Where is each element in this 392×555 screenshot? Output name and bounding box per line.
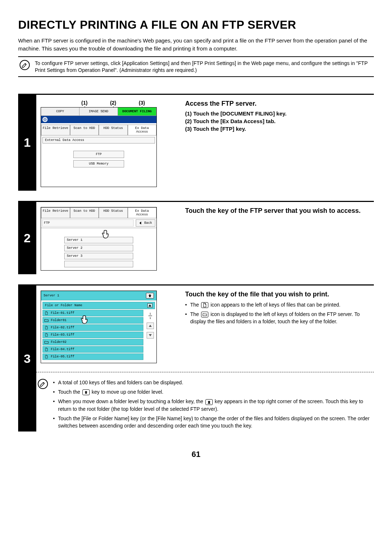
file-row[interactable]: File-02.tiff [42, 324, 143, 331]
callouts: (1) (2) (3) [81, 100, 177, 106]
callout-3: (3) [139, 100, 145, 106]
step-2: 2 File Retrieve Scan to HDD HDD Status E… [18, 201, 374, 274]
text-fragment: The [190, 311, 200, 317]
server-1-button[interactable]: Server 1 [64, 237, 133, 243]
tab2-hdd-status[interactable]: HDD Status [99, 207, 128, 218]
file-name: File-01.tiff [51, 311, 74, 315]
folder-up-icon [148, 294, 152, 297]
folder-row[interactable]: Folder02 [42, 339, 143, 345]
file-name: File-05.tiff [51, 355, 74, 358]
blue-toolbar [41, 116, 156, 123]
external-data-access-label: External Data Access [42, 137, 155, 143]
tab-image-send[interactable]: IMAGE SEND [79, 108, 118, 116]
file-row[interactable]: File-05.tiff [42, 353, 143, 360]
pencil-note-icon-2 [38, 379, 48, 389]
ftp-button[interactable]: FTP [73, 151, 124, 158]
file-name: File-04.tiff [51, 348, 74, 351]
page-total: 1 [150, 316, 151, 320]
back-label: Back [144, 221, 152, 225]
globe-icon [42, 117, 48, 122]
file-icon [44, 333, 49, 337]
top-note-box: To configure FTP server settings, click … [18, 56, 374, 77]
intro-paragraph: When an FTP server is configured in the … [18, 37, 374, 53]
text-fragment: Touch the [58, 389, 82, 395]
text-fragment: When you move down a folder level by tou… [58, 398, 205, 404]
column-header[interactable]: File or Folder Name [45, 304, 82, 307]
step3-info-block: A total of 100 keys of files and folders… [36, 377, 374, 432]
folder-row[interactable]: Folder01 [42, 317, 143, 324]
server-2-button[interactable]: Server 2 [64, 245, 133, 251]
server-name: Server 1 [44, 294, 59, 297]
dashed-separator [36, 372, 374, 372]
folder-root-icon-inline [205, 399, 213, 405]
step3-bullet-1: The icon appears to the left of keys of … [185, 301, 372, 308]
step3-heading: Touch the key of the file that you wish … [185, 291, 372, 298]
text-fragment: icon appears to the left of keys of file… [211, 302, 340, 308]
subtab-ex-data-access[interactable]: Ex Data Access [128, 125, 157, 135]
step1-sub3: (3) Touch the [FTP] key. [185, 126, 372, 132]
step1-sub2: (2) Touch the [Ex Data Access] tab. [185, 118, 372, 124]
file-icon [44, 348, 49, 351]
server-blank-button[interactable] [64, 261, 133, 267]
tab-document-filing[interactable]: DOCUMENT FILING [118, 108, 156, 116]
scroll-down-button[interactable] [147, 332, 154, 339]
sort-button[interactable] [147, 303, 152, 308]
file-row[interactable]: File-01.tiff [42, 310, 143, 316]
page-current: 1 [150, 312, 151, 315]
text-fragment: icon is displayed to the left of keys of… [190, 311, 360, 324]
scroll-up-button[interactable] [147, 323, 154, 329]
top-note-text: To configure FTP server settings, click … [35, 59, 374, 74]
arrow-up-icon [149, 325, 152, 327]
step3-note-2: Touch the key to move up one folder leve… [53, 388, 374, 396]
back-button[interactable]: Back [136, 219, 155, 227]
tab2-ex-data-access[interactable]: Ex Data Access [128, 207, 157, 218]
file-name: Folder02 [51, 340, 66, 344]
tab-copy[interactable]: COPY [41, 108, 79, 116]
pencil-note-icon [20, 60, 30, 70]
step1-heading: Access the FTP server. [185, 100, 372, 108]
text-fragment: key to move up one folder level. [92, 389, 164, 395]
callout-2: (2) [110, 100, 116, 106]
arrow-left-icon [139, 222, 143, 224]
step2-screen: File Retrieve Scan to HDD HDD Status Ex … [41, 207, 157, 271]
step3-bullet-2: The icon is displayed to the left of key… [185, 311, 372, 325]
subtab-hdd-status[interactable]: HDD Status [99, 125, 128, 135]
file-name: File-03.tiff [51, 333, 74, 337]
sort-up-icon [148, 304, 151, 307]
step-1-number: 1 [18, 95, 36, 191]
step1-screen: COPY IMAGE SEND DOCUMENT FILING File Ret… [41, 107, 157, 187]
step2-heading: Touch the key of the FTP server that you… [185, 207, 372, 215]
subtab-scan-hdd[interactable]: Scan to HDD [70, 125, 99, 135]
file-icon [44, 311, 49, 315]
file-icon [44, 326, 49, 329]
file-icon [201, 302, 208, 308]
step3-note-3: When you move down a folder level by tou… [53, 398, 374, 413]
ftp-label: FTP [42, 219, 134, 227]
folder-up-button[interactable] [146, 293, 154, 299]
step-1: 1 (1) (2) (3) COPY IMAGE SEND DOCUMENT F… [18, 94, 374, 191]
file-row[interactable]: File-04.tiff [42, 346, 143, 353]
step3-screen: Server 1 File or Folder Name [41, 291, 157, 363]
tab2-scan-hdd[interactable]: Scan to HDD [70, 207, 99, 218]
usb-memory-button[interactable]: USB Memory [73, 160, 124, 167]
tab2-file-retrieve[interactable]: File Retrieve [41, 207, 70, 218]
file-row[interactable]: File-03.tiff [42, 332, 143, 338]
file-name: Folder01 [51, 319, 66, 322]
folder-up-icon-inline [82, 389, 90, 395]
folder-icon [201, 312, 208, 317]
server-3-button[interactable]: Server 3 [64, 253, 133, 259]
step1-substeps: (1) Touch the [DOCUMENT FILING] key. (2)… [185, 110, 372, 132]
file-name: File-02.tiff [51, 326, 74, 329]
step3-note-4: Touch the [File or Folder Name] key (or … [53, 415, 374, 430]
text-fragment: The [190, 302, 200, 308]
hand-pointer-icon-2 [81, 315, 90, 326]
file-icon [44, 355, 49, 358]
file-list: File-01.tiffFolder01File-02.tiffFile-03.… [42, 310, 143, 361]
step-2-number: 2 [18, 202, 36, 274]
subtab-file-retrieve[interactable]: File Retrieve [41, 125, 70, 135]
hand-pointer-icon [102, 230, 111, 240]
page-title: DIRECTLY PRINTING A FILE ON AN FTP SERVE… [18, 18, 374, 32]
step-3-number: 3 [18, 285, 36, 432]
arrow-down-icon [149, 334, 152, 336]
folder-icon [44, 340, 49, 344]
